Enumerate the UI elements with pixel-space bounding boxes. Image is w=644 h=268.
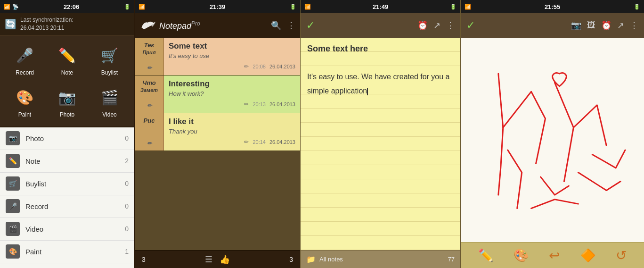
text-cursor	[367, 88, 368, 95]
shapes-tool-icon[interactable]: 🔶	[580, 248, 595, 263]
menu-buylist-label: Buylist	[25, 180, 125, 188]
alarm-icon[interactable]: ⏰	[417, 20, 428, 31]
note-pencil-2: ✏	[147, 102, 152, 109]
note-subtitle-2: How it work?	[169, 90, 295, 97]
note-title-1: Some text	[169, 42, 295, 51]
menu-paint-count: 1	[125, 248, 129, 255]
status-bar-2: 📶 21:39 🔋	[135, 0, 300, 13]
note-content-2[interactable]: Interesting How it work? ✏ 20:13 26.04.2…	[164, 75, 300, 113]
note-body: It's easy to use. We have created for yo…	[307, 70, 454, 98]
note-editor-text[interactable]: Some text here It's easy to use. We have…	[307, 42, 454, 98]
bird-logo-icon	[139, 19, 156, 32]
note-heading: Some text here	[307, 42, 454, 56]
drawing-header: ✓ 📷 🖼 ⏰ ↗ ⋮	[461, 13, 644, 38]
drawing-more-icon[interactable]: ⋮	[630, 20, 638, 31]
camera-icon[interactable]: 📷	[571, 20, 581, 31]
record-label: Record	[16, 69, 34, 76]
notes-count-left: 3	[142, 256, 146, 263]
search-icon[interactable]: 🔍	[271, 20, 281, 31]
more-options-icon[interactable]: ⋮	[446, 20, 455, 31]
p3-wifi-icon: 📶	[304, 4, 311, 10]
battery-icon-1: 🔋	[124, 4, 130, 10]
palette-tool-icon[interactable]: 🎨	[514, 248, 529, 263]
buylist-label: Buylist	[101, 69, 118, 76]
more-icon[interactable]: ⋮	[287, 20, 295, 31]
footer-action-icons: ☰ 👍	[205, 254, 230, 265]
app-grid: 🎤 Record ✏️ Note 🛒 Buylist 🎨 Paint 📷 Pho…	[0, 35, 134, 126]
note-title-3: I like it	[169, 117, 295, 126]
pencil-tool-icon[interactable]: ✏️	[478, 248, 493, 263]
curve-tool-icon[interactable]: ↩	[549, 248, 560, 263]
note-thumb-sub-2: Замет	[140, 87, 158, 93]
undo-tool-icon[interactable]: ↺	[616, 248, 627, 263]
note-thumb-title-2: Что	[142, 79, 156, 86]
menu-item-record[interactable]: 🎤 Record 0	[0, 195, 134, 218]
note-thumb-title-3: Рис	[144, 117, 155, 124]
menu-video-count: 0	[125, 225, 129, 233]
note-meta-3: ✏ 20:14 26.04.2013	[169, 139, 295, 145]
logo-notepad: Notepad	[159, 21, 191, 31]
menu-item-paint[interactable]: 🎨 Paint 1	[0, 241, 134, 263]
note-item-3[interactable]: Рис ✏ I like it Thank you ✏ 20:14 26.04.…	[135, 113, 300, 151]
menu-video-icon: 🎬	[6, 222, 20, 236]
video-label: Video	[102, 111, 116, 118]
app-photo[interactable]: 📷 Photo	[47, 82, 87, 122]
app-record[interactable]: 🎤 Record	[5, 40, 45, 80]
note-edit-icon-1: ✏	[244, 63, 249, 70]
folder-icon: 📁	[306, 255, 316, 264]
app-video[interactable]: 🎬 Video	[90, 82, 130, 122]
note-pencil-1: ✏	[147, 65, 152, 71]
app-note[interactable]: ✏️ Note	[47, 40, 87, 80]
menu-paint-label: Paint	[25, 248, 125, 256]
drawing-alarm-icon[interactable]: ⏰	[601, 20, 611, 31]
note-editor-area[interactable]: Some text here It's easy to use. We have…	[301, 38, 460, 250]
lined-paper: Some text here It's easy to use. We have…	[301, 38, 460, 250]
wifi-icon: 📶	[4, 4, 10, 10]
menu-paint-icon: 🎨	[6, 244, 20, 259]
menu-photo-count: 0	[125, 134, 129, 142]
p3-battery-icon: 🔋	[450, 4, 457, 10]
drawing-strokes	[461, 38, 644, 242]
note-date-1: 26.04.2013	[269, 64, 295, 69]
status-bar-3: 📶 21:49 🔋	[301, 0, 460, 13]
sync-icon: 🔄	[5, 18, 16, 30]
panel-note-editor: 📶 21:49 🔋 ✓ ⏰ ↗ ⋮ Some text here It's ea…	[300, 0, 460, 268]
signal-icon: 📡	[12, 4, 19, 10]
menu-record-count: 0	[125, 202, 129, 210]
note-content-3[interactable]: I like it Thank you ✏ 20:14 26.04.2013	[164, 113, 300, 151]
note-meta-2: ✏ 20:13 26.04.2013	[169, 101, 295, 108]
logo-text: NotepadPro	[159, 20, 200, 31]
note-count: 77	[448, 256, 455, 263]
menu-note-icon: ✏️	[6, 154, 20, 168]
drawing-check-icon[interactable]: ✓	[466, 19, 475, 32]
app-buylist[interactable]: 🛒 Buylist	[90, 40, 130, 80]
panel-drawing: 📶 21:55 🔋 ✓ 📷 🖼 ⏰ ↗ ⋮	[460, 0, 644, 268]
thumbsup-icon[interactable]: 👍	[220, 254, 230, 265]
note-content-1[interactable]: Some text It's easy to use ✏ 20:08 26.04…	[164, 38, 300, 75]
drawing-action-icons: 📷 🖼 ⏰ ↗ ⋮	[571, 20, 638, 31]
note-edit-icon-2: ✏	[244, 101, 249, 108]
logo-area: NotepadPro	[139, 19, 200, 32]
p4-wifi-icon: 📶	[465, 4, 471, 10]
check-mark-icon[interactable]: ✓	[306, 19, 315, 32]
note-label: Note	[61, 69, 73, 76]
menu-item-photo[interactable]: 📷 Photo 0	[0, 127, 134, 150]
app-paint[interactable]: 🎨 Paint	[5, 82, 45, 122]
panel-notes-list: 📶 21:39 🔋 NotepadPro 🔍 ⋮ Тек При	[134, 0, 300, 268]
note-date-2: 26.04.2013	[269, 101, 295, 107]
image-icon[interactable]: 🖼	[587, 20, 595, 31]
notes-list: Тек Прил ✏ Some text It's easy to use ✏ …	[135, 38, 300, 250]
note-time-3: 20:14	[253, 139, 266, 145]
menu-item-video[interactable]: 🎬 Video 0	[0, 218, 134, 241]
notes-footer: 3 ☰ 👍 3	[135, 250, 300, 268]
share-icon[interactable]: ↗	[433, 20, 440, 31]
note-item-2[interactable]: Что Замет ✏ Interesting How it work? ✏ 2…	[135, 75, 300, 113]
drawing-canvas[interactable]	[461, 38, 644, 242]
drawing-share-icon[interactable]: ↗	[617, 20, 624, 31]
sort-icon[interactable]: ☰	[205, 254, 212, 265]
menu-item-buylist[interactable]: 🛒 Buylist 0	[0, 173, 134, 195]
menu-note-label: Note	[25, 157, 125, 165]
note-item-1[interactable]: Тек Прил ✏ Some text It's easy to use ✏ …	[135, 38, 300, 75]
menu-item-note[interactable]: ✏️ Note 2	[0, 150, 134, 173]
sync-bar: 🔄 Last synchronization: 26.04.2013 20:11	[0, 13, 134, 35]
